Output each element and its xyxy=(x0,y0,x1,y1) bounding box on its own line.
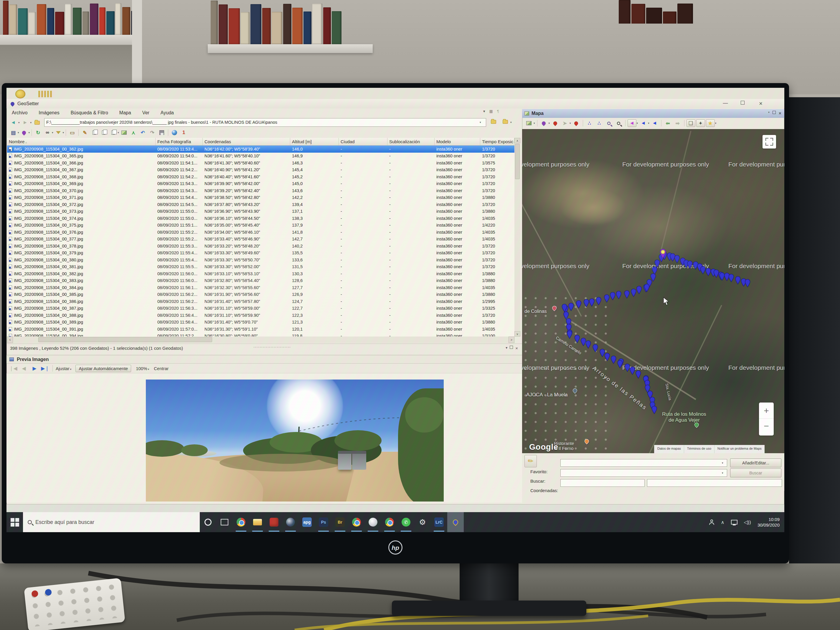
table-row[interactable]: IMG_20200908_115304_00_378.jpg08/09/2020… xyxy=(7,243,515,249)
camera-app-icon[interactable] xyxy=(282,512,299,532)
network-icon[interactable] xyxy=(731,520,737,524)
scroll-up-icon[interactable]: ∧ xyxy=(515,138,520,143)
first-image-icon[interactable]: ❘◀ xyxy=(9,365,18,372)
tray-chevron-icon[interactable]: ∧ xyxy=(721,519,725,525)
column-header-8[interactable]: Tiempo Exposic xyxy=(480,138,515,145)
table-row[interactable]: IMG_20200908_115304_00_382.jpg08/09/2020… xyxy=(7,270,515,277)
table-row[interactable]: IMG_20200908_115304_00_365.jpg08/09/2020… xyxy=(7,153,515,160)
attribution-link[interactable]: Términos de uso xyxy=(684,445,714,453)
table-row[interactable]: IMG_20200908_115304_00_379.jpg08/09/2020… xyxy=(7,249,515,257)
path-input[interactable]: F:\____________trabajos panos\vejer 2020… xyxy=(44,118,486,127)
zoom-in-button[interactable]: + xyxy=(759,403,774,419)
taskbar-search[interactable]: Escribe aquí para buscar xyxy=(23,512,200,532)
track-points2-icon[interactable]: ∴ xyxy=(595,119,604,127)
table-row[interactable]: IMG_20200908_115304_00_369.jpg08/09/2020… xyxy=(7,180,515,188)
arrow-gray-icon[interactable]: ➤ xyxy=(561,119,569,127)
tri-blue-pin-icon[interactable]: ◄ xyxy=(650,119,659,127)
table-row[interactable]: IMG_20200908_115304_00_385.jpg08/09/2020… xyxy=(7,291,515,298)
table-row[interactable]: IMG_20200908_115304_00_386.jpg08/09/2020… xyxy=(7,298,515,305)
path-dropdown[interactable]: ▾ xyxy=(480,121,481,124)
geodata-pin-icon[interactable] xyxy=(20,129,28,136)
panorama-preview-image[interactable] xyxy=(146,379,444,502)
red-app-icon[interactable] xyxy=(266,512,282,532)
binoculars-icon[interactable]: ∞ xyxy=(43,129,52,136)
whatsapp-icon[interactable]: ✆ xyxy=(398,512,414,532)
map-panel-float-icon[interactable] xyxy=(772,111,776,114)
geosetter-icon[interactable] xyxy=(447,512,464,532)
center-button[interactable]: Centrar xyxy=(154,366,169,371)
tray-clock[interactable]: 10:09 30/09/2020 xyxy=(758,516,780,528)
attribution-link[interactable]: Notificar un problema de Maps xyxy=(714,445,764,453)
scroll-left-icon[interactable]: < xyxy=(7,336,13,343)
table-row[interactable]: IMG_20200908_115304_00_362.jpg08/09/2020… xyxy=(7,145,515,153)
pin-purple-icon[interactable] xyxy=(540,119,548,127)
refresh-icon[interactable]: ↻ xyxy=(33,129,43,136)
filter-funnel-icon[interactable] xyxy=(54,129,63,136)
folder-favorites-dropdown[interactable]: ▾ xyxy=(510,121,512,124)
dock-pin-icon[interactable]: ¶ xyxy=(497,109,499,114)
fit-button[interactable]: Ajustar ▾ xyxy=(56,366,71,371)
track-icon[interactable]: ⋏ xyxy=(129,129,138,136)
table-row[interactable]: IMG_20200908_115304_00_372.jpg08/09/2020… xyxy=(7,201,515,208)
search-dropdown-icon[interactable]: ▾ xyxy=(722,472,723,474)
pin-assign-icon[interactable] xyxy=(572,119,581,127)
folder-up-icon[interactable] xyxy=(33,119,41,126)
column-header-1[interactable]: Nombre ▵ xyxy=(7,138,156,145)
table-row[interactable]: IMG_20200908_115304_00_384.jpg08/09/2020… xyxy=(7,284,515,291)
column-header-3[interactable]: Coordenadas xyxy=(203,138,290,145)
star-icon-dropdown[interactable]: ▾ xyxy=(715,122,717,125)
menu-item-b-squeda-filtro[interactable]: Búsqueda & Filtro xyxy=(69,110,109,116)
star-icon[interactable]: ★ xyxy=(706,119,715,127)
bubble-icon[interactable]: ❑ xyxy=(687,119,695,127)
view-thumbnails-icon-dropdown[interactable]: ▾ xyxy=(18,131,19,134)
table-row[interactable]: IMG_20200908_115304_00_368.jpg08/09/2020… xyxy=(7,173,515,180)
earth-photos-icon[interactable] xyxy=(348,512,365,532)
pin-purple-icon-dropdown[interactable]: ▾ xyxy=(549,122,550,125)
photoshop-icon[interactable]: Ps xyxy=(315,512,332,532)
volume-icon[interactable]: ◁)) xyxy=(744,519,751,526)
arrow-green-left-icon[interactable]: ⬅ xyxy=(663,119,673,127)
panel-close-icon[interactable]: × xyxy=(515,346,518,351)
geodata-pin-icon-dropdown[interactable]: ▾ xyxy=(28,131,30,134)
scroll-right-icon[interactable]: > xyxy=(508,336,515,343)
table-row[interactable]: IMG_20200908_115304_00_376.jpg08/09/2020… xyxy=(7,229,515,236)
plus-icon[interactable]: + xyxy=(696,119,705,127)
view-thumbnails-icon[interactable]: ▤ xyxy=(9,129,18,136)
rename-icon[interactable]: ▭ xyxy=(68,129,77,136)
map-type-icon[interactable] xyxy=(524,119,533,127)
back-arrow-icon[interactable]: ◄ xyxy=(9,119,18,126)
attribution-link[interactable]: Datos de mapas xyxy=(654,445,684,453)
map-type-icon-dropdown[interactable]: ▾ xyxy=(534,122,535,125)
binoculars-icon-dropdown[interactable]: ▾ xyxy=(52,131,53,134)
zoom-out-button[interactable]: − xyxy=(759,419,774,435)
resize-gripper[interactable]: '''''''''''''''''''''''' xyxy=(254,346,291,351)
column-header-4[interactable]: Altitud [m] xyxy=(290,138,339,145)
track-zoom-icon[interactable] xyxy=(605,119,613,127)
magnifier-icon[interactable] xyxy=(614,119,623,127)
show-map-icon[interactable] xyxy=(120,129,128,136)
back-history-dropdown[interactable]: ▾ xyxy=(18,121,20,124)
table-row[interactable]: IMG_20200908_115304_00_367.jpg08/09/2020… xyxy=(7,166,515,174)
restore-button[interactable] xyxy=(737,100,748,106)
tri-purple-icon-dropdown[interactable]: ▾ xyxy=(637,122,638,125)
add-edit-button[interactable]: Añadir/Editar... xyxy=(730,458,782,467)
google-earth-icon[interactable] xyxy=(170,129,179,136)
folder-search-icon[interactable] xyxy=(489,118,498,126)
menu-item-ayuda[interactable]: Ayuda xyxy=(159,110,175,116)
table-row[interactable]: IMG_20200908_115304_00_374.jpg08/09/2020… xyxy=(7,215,515,222)
minimize-button[interactable]: — xyxy=(720,100,731,106)
panel-float-icon[interactable] xyxy=(510,346,513,349)
arrow-gray-icon-dropdown[interactable]: ▾ xyxy=(570,122,571,125)
task-view-icon[interactable] xyxy=(216,512,233,532)
forward-arrow-icon[interactable]: ► xyxy=(21,119,30,126)
arrow-gray-right-icon[interactable]: ➡ xyxy=(673,119,682,127)
chevron-down-icon[interactable]: ▾ xyxy=(483,109,485,114)
table-row[interactable]: IMG_20200908_115304_00_387.jpg08/09/2020… xyxy=(7,305,515,312)
folder-favorites-icon[interactable] xyxy=(501,118,510,126)
coordinates-input-lon[interactable] xyxy=(647,479,782,487)
map-panel-close-icon[interactable]: × xyxy=(779,111,782,116)
menu-item-mapa[interactable]: Mapa xyxy=(118,110,132,116)
table-row[interactable]: IMG_20200908_115304_00_383.jpg08/09/2020… xyxy=(7,277,515,284)
cortana-icon[interactable] xyxy=(200,512,216,532)
table-row[interactable]: IMG_20200908_115304_00_389.jpg08/09/2020… xyxy=(7,319,515,326)
